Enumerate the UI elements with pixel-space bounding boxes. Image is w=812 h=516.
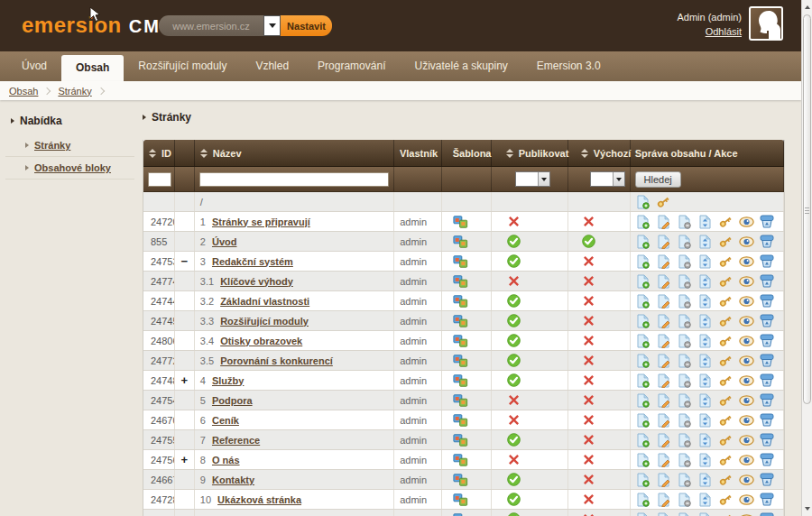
sort-icon[interactable]	[149, 149, 156, 158]
page-name-link[interactable]: Ceník	[212, 415, 239, 426]
scrollbar-thumb[interactable]	[803, 14, 811, 404]
tab-obsah[interactable]: Obsah	[61, 55, 124, 81]
user-avatar[interactable]	[749, 6, 783, 41]
default-filter-select[interactable]	[590, 171, 625, 187]
preview-eye-icon[interactable]	[739, 493, 754, 507]
delete-icon[interactable]	[760, 512, 775, 516]
page-name-link[interactable]: Ukázková stránka	[217, 494, 301, 505]
move-page-icon[interactable]	[697, 413, 713, 428]
default-cross-icon[interactable]	[581, 274, 596, 289]
delete-icon[interactable]	[760, 393, 775, 408]
name-filter-input[interactable]	[199, 172, 389, 187]
key-icon[interactable]	[718, 433, 734, 447]
delete-icon[interactable]	[760, 254, 775, 269]
template-icon[interactable]	[453, 473, 468, 487]
move-page-icon[interactable]	[697, 393, 713, 408]
edit-page-icon[interactable]	[656, 473, 671, 487]
preview-eye-icon[interactable]	[739, 393, 754, 408]
default-cross-icon[interactable]	[581, 334, 596, 348]
preview-eye-icon[interactable]	[739, 354, 754, 368]
add-page-icon[interactable]	[635, 294, 651, 309]
copy-page-icon[interactable]	[677, 235, 692, 249]
key-icon[interactable]	[718, 314, 734, 328]
published-check-icon[interactable]	[506, 294, 521, 309]
move-page-icon[interactable]	[697, 512, 713, 516]
published-check-icon[interactable]	[506, 373, 521, 388]
published-check-icon[interactable]	[506, 493, 521, 507]
id-filter-input[interactable]	[148, 172, 171, 187]
copy-page-icon[interactable]	[677, 393, 692, 408]
copy-page-icon[interactable]	[677, 334, 692, 348]
copy-page-icon[interactable]	[677, 354, 692, 368]
tab-vzhled[interactable]: Vzhled	[241, 51, 303, 81]
key-icon[interactable]	[718, 235, 734, 249]
key-icon[interactable]	[718, 413, 734, 428]
sort-icon[interactable]	[506, 149, 513, 158]
preview-eye-icon[interactable]	[739, 334, 754, 348]
delete-icon[interactable]	[760, 473, 775, 487]
template-icon[interactable]	[453, 453, 468, 467]
tab-emersion-3-0[interactable]: Emersion 3.0	[522, 51, 615, 81]
edit-page-icon[interactable]	[656, 314, 671, 328]
default-cross-icon[interactable]	[581, 512, 596, 516]
delete-icon[interactable]	[760, 334, 775, 348]
sidebar-item-label[interactable]: Obsahové bloky	[34, 162, 111, 173]
template-icon[interactable]	[453, 493, 468, 507]
copy-page-icon[interactable]	[677, 314, 692, 328]
page-name-link[interactable]: Rozšiřující moduly	[220, 316, 309, 327]
page-name-link[interactable]: O nás	[212, 455, 240, 465]
page-name-link[interactable]: Stránky se připravují	[212, 217, 310, 227]
preview-eye-icon[interactable]	[739, 413, 754, 428]
domain-select[interactable]: www.emersion.cz	[159, 15, 263, 36]
copy-page-icon[interactable]	[677, 413, 692, 428]
sidebar-item-obsahov-bloky[interactable]: Obsahové bloky	[5, 157, 134, 180]
delete-icon[interactable]	[760, 354, 775, 368]
key-icon[interactable]	[718, 274, 734, 289]
move-page-icon[interactable]	[697, 294, 713, 309]
edit-page-icon[interactable]	[656, 334, 671, 348]
default-cross-icon[interactable]	[581, 354, 596, 368]
preview-eye-icon[interactable]	[739, 433, 754, 447]
move-page-icon[interactable]	[697, 314, 713, 328]
page-name-link[interactable]: Otisky obrazovek	[220, 336, 302, 346]
page-name-link[interactable]: Úvod	[212, 236, 237, 247]
published-check-icon[interactable]	[506, 473, 521, 487]
published-cross-icon[interactable]	[506, 215, 521, 229]
add-page-icon[interactable]	[635, 334, 651, 348]
move-page-icon[interactable]	[697, 215, 713, 229]
delete-icon[interactable]	[760, 215, 775, 229]
copy-page-icon[interactable]	[677, 215, 692, 229]
template-icon[interactable]	[453, 373, 468, 388]
move-page-icon[interactable]	[697, 453, 713, 467]
default-cross-icon[interactable]	[581, 294, 596, 309]
key-icon[interactable]	[656, 195, 671, 209]
default-cross-icon[interactable]	[581, 493, 596, 507]
template-icon[interactable]	[453, 235, 468, 249]
add-page-icon[interactable]	[635, 354, 651, 368]
set-domain-button[interactable]: Nastavit	[281, 15, 332, 36]
published-check-icon[interactable]	[506, 235, 521, 249]
key-icon[interactable]	[718, 512, 734, 516]
column-header-nazev[interactable]: Název	[195, 140, 394, 166]
delete-icon[interactable]	[760, 314, 775, 328]
edit-page-icon[interactable]	[656, 512, 671, 516]
published-check-icon[interactable]	[506, 354, 521, 368]
published-check-icon[interactable]	[506, 314, 521, 328]
scroll-up-button[interactable]	[803, 2, 812, 13]
collapse-icon[interactable]: −	[181, 255, 189, 267]
breadcrumb-obsah[interactable]: Obsah	[9, 86, 38, 97]
move-page-icon[interactable]	[697, 235, 713, 249]
default-cross-icon[interactable]	[581, 314, 596, 328]
template-icon[interactable]	[453, 294, 468, 309]
preview-eye-icon[interactable]	[739, 254, 754, 269]
key-icon[interactable]	[718, 294, 734, 309]
template-icon[interactable]	[453, 433, 468, 447]
preview-eye-icon[interactable]	[739, 373, 754, 388]
published-check-icon[interactable]	[506, 254, 521, 269]
sort-icon[interactable]	[581, 149, 588, 158]
edit-page-icon[interactable]	[656, 373, 671, 388]
delete-icon[interactable]	[760, 413, 775, 428]
default-check-icon[interactable]	[581, 235, 596, 249]
preview-eye-icon[interactable]	[739, 215, 754, 229]
preview-eye-icon[interactable]	[739, 512, 754, 516]
